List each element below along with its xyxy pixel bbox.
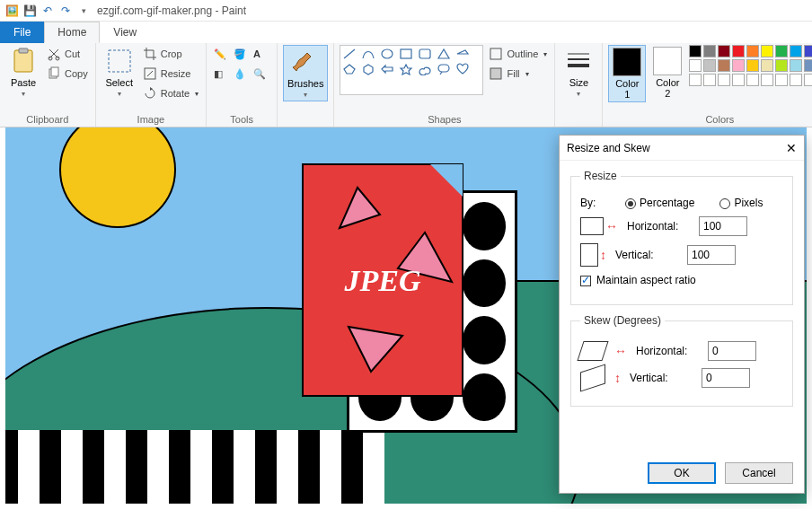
svg-rect-9 — [401, 49, 411, 58]
group-clipboard: Paste ▾ Cut Copy Clipboard — [0, 43, 96, 127]
svg-marker-14 — [364, 65, 373, 75]
color-swatch[interactable] — [761, 45, 773, 57]
resize-skew-dialog: Resize and Skew ✕ Resize By: Percentage … — [559, 135, 805, 494]
picker-tool[interactable]: 💧 — [232, 65, 250, 83]
skew-fieldset: Skew (Degrees) ↔ Horizontal: ↕ Vertical: — [570, 314, 793, 407]
group-image: Select ▾ Crop Resize Rotate▾ Image — [96, 43, 207, 127]
svg-marker-25 — [349, 327, 402, 372]
skew-horizontal-input[interactable] — [708, 341, 756, 361]
color2-button[interactable]: Color 2 — [649, 45, 685, 101]
radio-percentage[interactable]: Percentage — [625, 197, 694, 209]
fill-tool[interactable]: 🪣 — [232, 45, 250, 63]
shape-fill-button[interactable]: Fill▾ — [487, 65, 549, 83]
svg-rect-19 — [490, 68, 501, 79]
svg-marker-11 — [438, 49, 449, 58]
color-swatch[interactable] — [732, 45, 745, 57]
dialog-title: Resize and Skew — [567, 142, 650, 154]
window-title: ezgif.com-gif-maker.png - Paint — [97, 4, 246, 17]
skew-vertical-input[interactable] — [702, 368, 750, 388]
shapes-gallery[interactable] — [340, 45, 483, 95]
svg-point-8 — [382, 49, 393, 58]
select-button[interactable]: Select ▾ — [102, 45, 137, 100]
color-swatch[interactable] — [703, 59, 716, 72]
color-swatch[interactable] — [804, 59, 812, 72]
qat-dropdown-icon[interactable]: ▾ — [75, 3, 92, 19]
color-swatch[interactable] — [718, 45, 730, 57]
skew-v-icon — [580, 368, 605, 388]
color-swatch[interactable] — [732, 59, 745, 72]
aspect-ratio-checkbox[interactable]: Maintain aspect ratio — [580, 274, 696, 286]
svg-rect-0 — [14, 50, 32, 72]
color-swatch[interactable] — [804, 74, 812, 86]
save-icon[interactable]: 💾 — [22, 3, 38, 19]
svg-marker-16 — [401, 65, 411, 75]
resize-v-icon — [580, 243, 598, 267]
copy-button[interactable]: Copy — [45, 65, 90, 83]
color-swatch[interactable] — [775, 45, 788, 57]
color-swatch[interactable] — [746, 74, 759, 86]
skew-h-icon — [580, 341, 605, 361]
close-icon[interactable]: ✕ — [786, 141, 797, 155]
color1-button[interactable]: Color 1 — [608, 45, 646, 102]
resize-vertical-input[interactable] — [687, 245, 736, 265]
color-swatch[interactable] — [746, 59, 759, 72]
resize-h-icon — [580, 217, 604, 235]
svg-rect-18 — [490, 48, 501, 59]
svg-rect-5 — [51, 67, 58, 76]
canvas-art — [5, 430, 384, 504]
color-swatch[interactable] — [804, 45, 812, 57]
brushes-button[interactable]: Brushes ▾ — [283, 45, 328, 101]
tab-view[interactable]: View — [100, 22, 150, 43]
zoom-tool[interactable]: 🔍 — [252, 65, 269, 83]
resize-button[interactable]: Resize — [141, 65, 200, 83]
pencil-tool[interactable]: ✏️ — [212, 45, 230, 63]
color-swatch[interactable] — [689, 74, 702, 86]
eraser-tool[interactable]: ◧ — [212, 65, 230, 83]
paste-button[interactable]: Paste ▾ — [5, 45, 41, 100]
group-shapes: Outline▾ Fill▾ Shapes — [334, 43, 555, 127]
color-swatch[interactable] — [775, 74, 788, 86]
ok-button[interactable]: OK — [648, 462, 716, 484]
rotate-button[interactable]: Rotate▾ — [141, 84, 200, 102]
radio-pixels[interactable]: Pixels — [719, 197, 763, 209]
color-swatch[interactable] — [689, 45, 702, 57]
color-swatch[interactable] — [718, 74, 730, 86]
ribbon-tabs: File Home View — [0, 22, 812, 43]
color-swatch[interactable] — [761, 74, 773, 86]
svg-marker-13 — [344, 65, 355, 74]
svg-rect-10 — [419, 49, 430, 58]
cancel-button[interactable]: Cancel — [725, 462, 793, 484]
cut-button[interactable]: Cut — [45, 45, 90, 63]
tab-file[interactable]: File — [0, 22, 44, 43]
color-swatch[interactable] — [761, 59, 773, 72]
size-button[interactable]: Size ▾ — [560, 45, 596, 100]
text-tool[interactable]: A — [252, 45, 269, 63]
color-swatch[interactable] — [790, 59, 802, 72]
group-tools: ✏️ 🪣 A ◧ 💧 🔍 Tools — [207, 43, 278, 127]
color-swatch[interactable] — [790, 74, 802, 86]
ribbon: Paste ▾ Cut Copy Clipboard Select ▾ Crop… — [0, 43, 812, 127]
group-size: Size ▾ — [555, 43, 603, 127]
canvas-art — [59, 127, 176, 228]
app-icon: 🖼️ — [4, 3, 20, 19]
color-swatch[interactable] — [703, 45, 716, 57]
color-swatch[interactable] — [703, 74, 716, 86]
redo-icon[interactable]: ↷ — [57, 3, 74, 19]
color-swatch[interactable] — [732, 74, 745, 86]
group-colors: Color 1 Color 2 Colors — [603, 43, 812, 127]
tab-home[interactable]: Home — [44, 22, 100, 43]
svg-marker-15 — [382, 66, 393, 73]
shape-outline-button[interactable]: Outline▾ — [487, 45, 549, 63]
svg-marker-23 — [340, 188, 380, 228]
color-swatch[interactable] — [718, 59, 730, 72]
color-swatch[interactable] — [790, 45, 802, 57]
quick-access-toolbar: 🖼️ 💾 ↶ ↷ ▾ — [4, 3, 92, 19]
resize-horizontal-input[interactable] — [699, 216, 747, 236]
crop-button[interactable]: Crop — [141, 45, 200, 63]
color-swatch[interactable] — [775, 59, 788, 72]
color-swatch[interactable] — [689, 59, 702, 72]
color-swatch[interactable] — [746, 45, 759, 57]
svg-rect-17 — [438, 65, 449, 72]
undo-icon[interactable]: ↶ — [40, 3, 56, 19]
color-palette[interactable] — [689, 45, 812, 86]
